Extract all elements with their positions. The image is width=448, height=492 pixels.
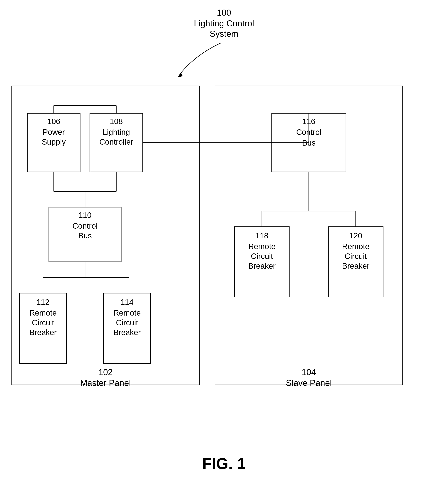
slave-control-bus-label2: Bus xyxy=(302,139,316,147)
rcb2-label3: Breaker xyxy=(113,328,141,337)
rcb1-label3: Breaker xyxy=(29,328,57,337)
control-bus-id: 110 xyxy=(79,211,92,219)
slave-rcb2-id: 120 xyxy=(349,231,362,240)
lighting-controller-label1: Lighting xyxy=(103,128,130,136)
slave-rcb2-label1: Remote xyxy=(342,242,369,251)
slave-panel-label: Slave Panel xyxy=(286,378,332,388)
rcb1-id: 112 xyxy=(37,298,50,306)
slave-rcb2-label2: Circuit xyxy=(344,252,367,260)
rcb2-id: 114 xyxy=(121,298,134,306)
lighting-controller-label2: Controller xyxy=(99,138,133,146)
slave-rcb1-label3: Breaker xyxy=(248,262,276,270)
slave-rcb1-id: 118 xyxy=(255,231,269,240)
rcb1-label1: Remote xyxy=(29,308,57,317)
rcb2-label1: Remote xyxy=(113,308,141,317)
diagram-container: 100 Lighting Control System 106 Power Su… xyxy=(0,0,448,492)
rcb1-label2: Circuit xyxy=(32,318,54,327)
svg-marker-0 xyxy=(178,72,183,77)
fig-label: FIG. 1 xyxy=(202,455,246,472)
rcb2-label2: Circuit xyxy=(116,318,138,327)
slave-rcb1-label1: Remote xyxy=(248,242,276,251)
power-supply-id: 106 xyxy=(47,117,60,126)
system-label-2: System xyxy=(210,29,239,39)
master-panel-label: Master Panel xyxy=(80,378,131,388)
slave-rcb2-label3: Breaker xyxy=(342,262,369,270)
power-supply-label2: Supply xyxy=(42,138,66,146)
slave-panel-id: 104 xyxy=(302,367,316,377)
control-bus-label2: Bus xyxy=(78,231,92,240)
system-label: Lighting Control xyxy=(194,19,254,28)
lighting-controller-id: 108 xyxy=(110,117,123,126)
power-supply-label1: Power xyxy=(43,128,65,136)
system-id: 100 xyxy=(217,8,231,17)
master-panel-id: 102 xyxy=(98,367,113,377)
slave-rcb1-label2: Circuit xyxy=(251,252,273,260)
slave-control-bus-id: 116 xyxy=(302,117,315,126)
control-bus-label1: Control xyxy=(73,222,98,230)
slave-control-bus-label1: Control xyxy=(296,128,322,136)
